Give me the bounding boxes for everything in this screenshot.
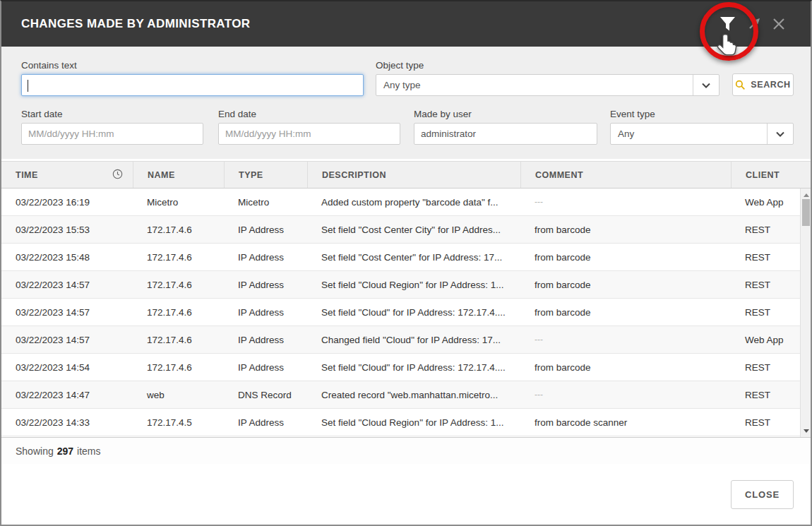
clock-icon xyxy=(112,169,123,181)
column-header-comment[interactable]: COMMENT xyxy=(520,162,731,188)
cell-comment: from barcode xyxy=(520,299,731,325)
dialog-titlebar: CHANGES MADE BY ADMINISTRATOR xyxy=(1,1,811,47)
event-type-label: Event type xyxy=(610,109,655,119)
cell-comment: from barcode xyxy=(520,244,731,270)
column-header-description[interactable]: DESCRIPTION xyxy=(307,162,520,188)
column-header-name[interactable]: NAME xyxy=(133,162,224,188)
start-date-label: Start date xyxy=(21,109,63,119)
search-button[interactable]: SEARCH xyxy=(732,73,794,96)
cell-name: 172.17.4.6 xyxy=(133,271,224,298)
cell-description: Set field "Cloud Region" for IP Address:… xyxy=(307,409,520,436)
end-date-label: End date xyxy=(218,109,256,119)
cell-time: 03/22/2023 16:19 xyxy=(1,189,133,215)
vertical-scrollbar[interactable] xyxy=(800,189,811,437)
table-row[interactable]: 03/22/2023 14:57 172.17.4.6 IP Address S… xyxy=(1,271,800,299)
contains-text-label: Contains text xyxy=(21,60,77,71)
table-row[interactable]: 03/22/2023 14:57 172.17.4.6 IP Address S… xyxy=(1,299,800,326)
cell-description: Set field "Cloud" for IP Address: 172.17… xyxy=(307,354,520,381)
dialog-title: CHANGES MADE BY ADMINISTRATOR xyxy=(21,1,251,47)
cell-description: Added custom property "barcode data" f..… xyxy=(307,189,520,215)
cell-client: REST xyxy=(731,409,800,436)
cell-client: REST xyxy=(731,244,800,270)
object-type-select[interactable]: Any type xyxy=(376,74,720,96)
cell-type: Micetro xyxy=(224,189,307,215)
cell-time: 03/22/2023 14:33 xyxy=(1,409,133,436)
cell-time: 03/22/2023 14:57 xyxy=(1,299,133,325)
cell-comment: from barcode xyxy=(520,271,731,298)
table-row[interactable]: 03/22/2023 15:48 172.17.4.6 IP Address S… xyxy=(1,244,800,271)
made-by-user-label: Made by user xyxy=(414,109,472,119)
event-type-value: Any xyxy=(611,128,767,139)
event-type-select[interactable]: Any xyxy=(610,123,794,145)
cell-type: IP Address xyxy=(224,409,307,436)
cell-client: REST xyxy=(731,354,800,381)
table-row[interactable]: 03/22/2023 14:33 172.17.4.5 IP Address S… xyxy=(1,409,800,436)
cell-client: REST xyxy=(731,299,800,325)
showing-label: Showing xyxy=(16,446,54,457)
table-row[interactable]: 03/22/2023 14:47 web DNS Record Created … xyxy=(1,381,800,409)
scroll-up-arrow-icon[interactable] xyxy=(801,190,811,200)
changes-dialog: CHANGES MADE BY ADMINISTRATOR Contains t… xyxy=(0,0,812,526)
column-header-client[interactable]: CLIENT xyxy=(731,162,811,188)
close-icon[interactable] xyxy=(771,16,788,32)
contains-text-input[interactable] xyxy=(21,74,364,96)
chevron-down-icon xyxy=(693,75,719,95)
cell-description: Set field "Cost Center City" for IP Addr… xyxy=(307,216,520,243)
cell-client: REST xyxy=(731,216,800,243)
cell-time: 03/22/2023 15:48 xyxy=(1,244,133,270)
end-date-input[interactable] xyxy=(218,123,400,145)
cell-name: 172.17.4.5 xyxy=(133,409,224,436)
cell-name: 172.17.4.6 xyxy=(133,326,224,353)
column-header-type[interactable]: TYPE xyxy=(224,162,307,188)
cell-description: Changed field "Cloud" for IP Address: 17… xyxy=(307,326,520,353)
cell-time: 03/22/2023 14:57 xyxy=(1,271,133,298)
cell-name: Micetro xyxy=(133,189,224,215)
scrollbar-thumb[interactable] xyxy=(802,199,810,226)
cell-type: IP Address xyxy=(224,326,307,353)
table-body: 03/22/2023 16:19 Micetro Micetro Added c… xyxy=(1,189,800,436)
table-row[interactable]: 03/22/2023 16:19 Micetro Micetro Added c… xyxy=(1,189,800,216)
cell-type: IP Address xyxy=(224,216,307,243)
cell-comment: from barcode xyxy=(520,216,731,243)
chevron-down-icon xyxy=(767,124,793,144)
items-count-bar: Showing 297 items xyxy=(1,437,811,464)
table-row[interactable]: 03/22/2023 14:54 172.17.4.6 IP Address S… xyxy=(1,354,800,381)
cell-comment: from barcode xyxy=(520,354,731,381)
object-type-label: Object type xyxy=(376,60,424,71)
cell-type: DNS Record xyxy=(224,381,307,408)
filter-icon[interactable] xyxy=(720,16,736,32)
cell-description: Set field "Cloud" for IP Address: 172.17… xyxy=(307,299,520,325)
expand-icon[interactable] xyxy=(747,17,764,32)
items-label: items xyxy=(77,446,100,457)
cell-time: 03/22/2023 14:57 xyxy=(1,326,133,353)
cell-comment: --- xyxy=(520,189,731,215)
cell-time: 03/22/2023 15:53 xyxy=(1,216,133,243)
cell-comment: from barcode scanner xyxy=(520,409,731,436)
scroll-down-arrow-icon[interactable] xyxy=(801,426,811,436)
table-row[interactable]: 03/22/2023 14:57 172.17.4.6 IP Address C… xyxy=(1,326,800,354)
cell-client: REST xyxy=(731,381,800,408)
filter-panel: Contains text Object type Any type SEARC… xyxy=(1,47,811,159)
cell-client: Web App xyxy=(731,326,800,353)
search-magnifier-icon xyxy=(735,80,746,90)
cell-client: Web App xyxy=(731,189,800,215)
cell-comment: --- xyxy=(520,326,731,353)
cell-time: 03/22/2023 14:54 xyxy=(1,354,133,381)
table-row[interactable]: 03/22/2023 15:53 172.17.4.6 IP Address S… xyxy=(1,216,800,244)
cell-type: IP Address xyxy=(224,244,307,270)
cell-name: 172.17.4.6 xyxy=(133,354,224,381)
start-date-input[interactable] xyxy=(21,123,203,145)
close-button[interactable]: CLOSE xyxy=(731,480,794,509)
cell-type: IP Address xyxy=(224,299,307,325)
search-button-label: SEARCH xyxy=(751,80,790,90)
column-header-time[interactable]: TIME xyxy=(1,162,133,188)
cell-name: web xyxy=(133,381,224,408)
cell-name: 172.17.4.6 xyxy=(133,216,224,243)
made-by-user-input[interactable] xyxy=(414,123,597,145)
items-count: 297 xyxy=(57,446,73,457)
cell-description: Set field "Cloud Region" for IP Address:… xyxy=(307,271,520,298)
cell-name: 172.17.4.6 xyxy=(133,299,224,325)
cell-description: Set field "Cost Center" for IP Address: … xyxy=(307,244,520,270)
cell-type: IP Address xyxy=(224,354,307,381)
table-header: TIME NAME TYPE DESCRIPTION COMMENT CLIEN… xyxy=(1,161,811,189)
